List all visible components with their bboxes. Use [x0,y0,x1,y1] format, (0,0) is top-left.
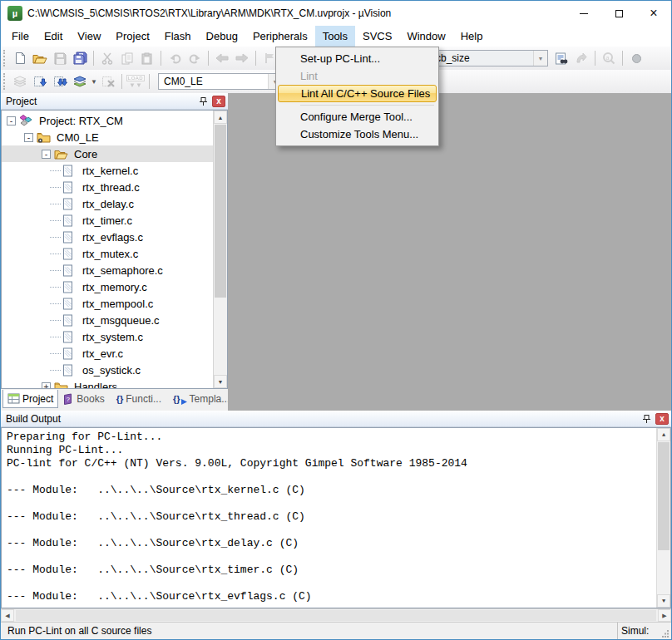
tree-item-file[interactable]: rtx_msgqueue.c [2,312,227,328]
source-file-icon [62,180,77,194]
menu-help[interactable]: Help [453,26,491,47]
cut-button[interactable] [97,48,117,68]
scroll-up-button[interactable]: ▲ [657,428,670,441]
source-file-icon [62,164,77,177]
translate-button[interactable] [10,71,30,91]
collapse-expander-icon[interactable]: - [7,116,16,126]
maximize-button[interactable] [601,1,636,26]
search-value: cb_size [431,52,533,64]
scroll-thumb[interactable] [16,610,656,621]
build-icon [33,75,47,88]
navigate-forward-button[interactable] [232,48,252,68]
toolbar-grip[interactable] [3,50,7,66]
breakpoint-indicator-button[interactable] [626,48,646,68]
tree-item-file[interactable]: rtx_evflags.c [2,229,227,245]
tree-item-file[interactable]: rtx_mempool.c [2,295,227,312]
toolbar-grip[interactable] [3,73,7,90]
project-panel-close-button[interactable]: x [212,96,225,107]
paste-button[interactable] [137,48,157,68]
minimize-button[interactable] [566,1,601,26]
rebuild-button[interactable] [50,71,70,91]
save-all-button[interactable] [70,48,90,68]
source-file-icon [62,313,77,327]
new-file-button[interactable] [10,48,30,68]
tree-item-project-root[interactable]: - Project: RTX_CM [2,112,227,129]
scroll-down-button[interactable]: ▼ [214,375,227,388]
expand-expander-icon[interactable]: + [42,382,51,390]
tree-item-file[interactable]: rtx_thread.c [2,179,227,195]
tree-item-file[interactable]: rtx_evr.c [2,345,227,362]
menu-flash[interactable]: Flash [157,26,199,47]
scroll-thumb[interactable] [658,442,670,550]
tree-item-file[interactable]: rtx_kernel.c [2,162,227,179]
build-output-vscrollbar[interactable]: ▲ ▼ [656,428,670,608]
build-output-hscrollbar[interactable]: ◀ ▶ [1,608,671,622]
tree-item-file[interactable]: rtx_system.c [2,328,227,345]
incremental-find-button[interactable] [571,48,591,68]
collapse-expander-icon[interactable]: - [42,150,51,159]
menu-peripherals[interactable]: Peripherals [245,26,315,47]
tree-item-label: rtx_timer.c [80,214,135,227]
menu-item-configure-merge-tool[interactable]: Configure Merge Tool... [278,108,437,126]
pin-button[interactable] [196,95,210,107]
menu-item-setup-pc-lint[interactable]: Set-up PC-Lint... [278,50,437,67]
open-file-button[interactable] [30,48,50,68]
undo-button[interactable] [165,48,185,68]
menu-edit[interactable]: Edit [37,26,70,47]
tree-item-file[interactable]: rtx_semaphore.c [2,262,227,278]
tab-project[interactable]: Project [2,390,58,408]
tree-item-target-cm0le[interactable]: - CM0_LE [2,129,227,145]
close-button[interactable]: × [636,1,671,26]
menu-window[interactable]: Window [399,26,452,47]
chevron-down-icon[interactable]: ▼ [533,51,547,66]
source-file-icon [62,247,77,260]
download-button[interactable]: LOAD ▼▼ [126,71,146,91]
tab-templates[interactable]: {} Templa... [169,390,234,408]
build-output-close-button[interactable]: x [655,413,669,425]
save-button[interactable] [50,48,70,68]
build-button[interactable] [30,71,50,91]
menu-file[interactable]: File [4,26,37,47]
tree-item-group-core[interactable]: - Core [2,145,227,162]
tab-functions[interactable]: {} Functi... [112,390,166,408]
batch-build-dropdown-caret[interactable]: ▼ [90,78,98,86]
tree-item-file[interactable]: rtx_delay.c [2,195,227,212]
scroll-right-button[interactable]: ▶ [658,609,671,622]
maximize-icon [615,10,623,17]
tree-item-file[interactable]: rtx_mutex.c [2,245,227,262]
copy-button[interactable] [117,48,137,68]
find-in-files-button[interactable] [551,48,571,68]
menu-project[interactable]: Project [108,26,156,47]
target-combobox[interactable]: CM0_LE ▼ [158,73,283,90]
paste-icon [141,52,153,65]
resize-grip[interactable] [659,623,671,639]
collapse-expander-icon[interactable]: - [24,133,33,142]
find-button[interactable]: a [599,48,619,68]
menu-debug[interactable]: Debug [199,26,245,47]
tree-item-group-handlers[interactable]: + Handlers [2,378,227,389]
pin-button[interactable] [640,412,653,425]
scroll-down-button[interactable]: ▼ [657,594,670,608]
navigate-back-button[interactable] [212,48,232,68]
menu-item-lint[interactable]: Lint [278,67,437,85]
scroll-left-button[interactable]: ◀ [1,609,14,622]
tree-item-file[interactable]: rtx_timer.c [2,212,227,229]
stop-build-button[interactable] [98,71,118,91]
tab-books[interactable]: ? Books [58,390,108,408]
scroll-thumb[interactable] [215,125,226,298]
menu-svcs[interactable]: SVCS [355,26,399,47]
scroll-up-button[interactable]: ▲ [214,111,227,124]
project-tree-scrollbar[interactable]: ▲ ▼ [213,111,227,388]
build-output-log[interactable]: Preparing for PC-Lint... Running PC-Lint… [1,427,671,608]
search-combobox[interactable]: cb_size ▼ [430,50,548,66]
menu-item-lint-all[interactable]: Lint All C/C++ Source Files [278,85,437,102]
tree-item-label: Handlers [72,381,120,390]
tree-item-file[interactable]: rtx_memory.c [2,278,227,295]
menu-item-customize-tools-menu[interactable]: Customize Tools Menu... [278,126,437,143]
tree-item-file[interactable]: os_systick.c [2,362,227,378]
menu-view[interactable]: View [70,26,108,47]
batch-build-button[interactable] [70,71,90,91]
menu-tools[interactable]: Tools [315,26,355,47]
redo-button[interactable] [185,48,205,68]
scroll-track[interactable] [14,609,658,622]
